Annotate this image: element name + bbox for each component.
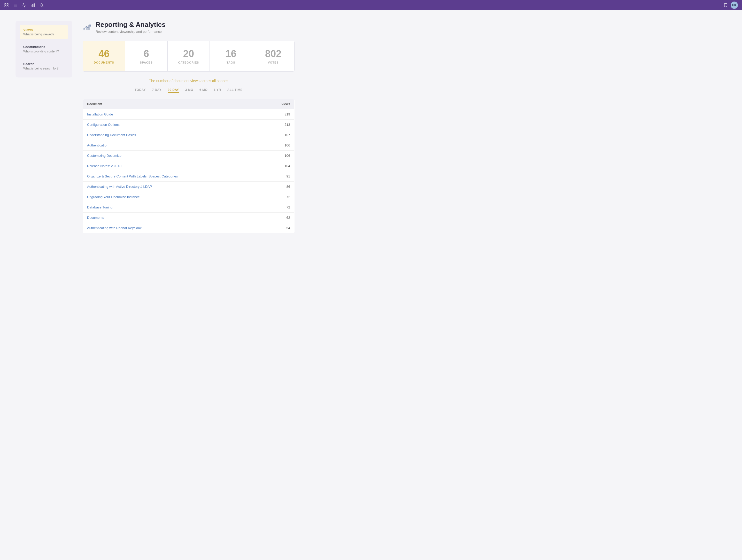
table-row: Configuration Options 213	[83, 120, 295, 130]
avatar[interactable]: HK	[731, 2, 738, 9]
stat-label: TAGS	[214, 61, 248, 64]
table-row: Customizing Documize 106	[83, 151, 295, 161]
svg-line-11	[42, 6, 43, 7]
table-row: Authenticating with Active Directory // …	[83, 182, 295, 192]
nav-right: HK	[724, 2, 738, 9]
sidebar-item-contributions-title: Contributions	[23, 45, 65, 49]
sidebar-item-search-subtitle: What is being search for?	[23, 67, 65, 70]
stat-item-votes[interactable]: 802 VOTES	[252, 41, 294, 71]
chart-icon[interactable]	[31, 3, 35, 7]
doc-views: 91	[263, 171, 295, 182]
stat-item-documents[interactable]: 46 DOCUMENTS	[83, 41, 125, 71]
search-icon[interactable]	[39, 3, 44, 7]
time-filter-30-day[interactable]: 30 DAY	[168, 88, 179, 93]
doc-name[interactable]: Documents	[83, 213, 263, 223]
doc-name[interactable]: Installation Guide	[83, 109, 263, 120]
table-row: Upgrading Your Documize Instance 72	[83, 192, 295, 202]
page-title: Reporting & Analytics	[96, 21, 166, 29]
svg-rect-8	[33, 4, 33, 7]
doc-views: 107	[263, 130, 295, 140]
sidebar-item-views[interactable]: Views What is being viewed?	[20, 25, 68, 39]
stat-item-tags[interactable]: 16 TAGS	[210, 41, 252, 71]
page-subtitle: Review content viewership and performanc…	[96, 30, 166, 34]
doc-views: 54	[263, 223, 295, 233]
stat-number: 6	[129, 48, 163, 59]
sidebar-item-contributions[interactable]: Contributions Who is providing content?	[20, 42, 68, 56]
main-container: Views What is being viewed? Contribution…	[0, 10, 310, 243]
svg-point-10	[40, 4, 43, 6]
time-filter-3-mo[interactable]: 3 MO	[185, 88, 193, 93]
doc-views: 104	[263, 161, 295, 171]
documents-table: Document Views Installation Guide 819 Co…	[83, 99, 295, 233]
activity-icon[interactable]	[22, 3, 26, 7]
time-filter-6-mo[interactable]: 6 MO	[200, 88, 207, 93]
svg-rect-7	[31, 5, 32, 7]
doc-name[interactable]: Understanding Document Basics	[83, 130, 263, 140]
sidebar-item-search[interactable]: Search What is being search for?	[20, 59, 68, 73]
doc-views: 72	[263, 202, 295, 213]
page-header: Reporting & Analytics Review content vie…	[83, 21, 295, 34]
svg-rect-0	[5, 3, 6, 5]
doc-name[interactable]: Upgrading Your Documize Instance	[83, 192, 263, 202]
stat-number: 16	[214, 48, 248, 59]
stat-item-categories[interactable]: 20 CATEGORIES	[168, 41, 210, 71]
stat-label: CATEGORIES	[172, 61, 206, 64]
doc-name[interactable]: Configuration Options	[83, 120, 263, 130]
table-row: Installation Guide 819	[83, 109, 295, 120]
time-filter-today[interactable]: TODAY	[135, 88, 146, 93]
time-filter-all-time[interactable]: ALL TIME	[227, 88, 243, 93]
svg-rect-9	[34, 4, 35, 7]
doc-name[interactable]: Release Notes: v3.0.0+	[83, 161, 263, 171]
time-filter-7-day[interactable]: 7 DAY	[152, 88, 161, 93]
doc-views: 86	[263, 182, 295, 192]
sidebar-item-contributions-subtitle: Who is providing content?	[23, 50, 65, 53]
svg-rect-14	[88, 25, 90, 30]
doc-name[interactable]: Authenticating with Active Directory // …	[83, 182, 263, 192]
doc-views: 213	[263, 120, 295, 130]
doc-name[interactable]: Customizing Documize	[83, 151, 263, 161]
time-filter-1-yr[interactable]: 1 YR	[214, 88, 221, 93]
svg-rect-2	[5, 6, 6, 7]
main-content: Reporting & Analytics Review content vie…	[83, 21, 295, 233]
doc-name[interactable]: Authentication	[83, 140, 263, 151]
stat-number: 46	[87, 48, 121, 59]
doc-views: 819	[263, 109, 295, 120]
sidebar: Views What is being viewed? Contribution…	[15, 21, 72, 77]
svg-rect-12	[84, 28, 85, 30]
doc-views: 106	[263, 140, 295, 151]
doc-views: 72	[263, 192, 295, 202]
table-row: Release Notes: v3.0.0+ 104	[83, 161, 295, 171]
table-header-row: Document Views	[83, 99, 295, 109]
time-filters: TODAY7 DAY30 DAY3 MO6 MO1 YRALL TIME	[83, 88, 295, 93]
doc-name[interactable]: Organize & Secure Content With Labels, S…	[83, 171, 263, 182]
grid-icon[interactable]	[4, 3, 9, 7]
list-icon[interactable]	[13, 3, 17, 7]
stat-label: DOCUMENTS	[87, 61, 121, 64]
table-row: Authenticating with Redhat Keycloak 54	[83, 223, 295, 233]
col-document: Document	[83, 99, 263, 109]
table-row: Documents 62	[83, 213, 295, 223]
stat-label: SPACES	[129, 61, 163, 64]
stat-item-spaces[interactable]: 6 SPACES	[125, 41, 168, 71]
stat-label: VOTES	[256, 61, 290, 64]
sidebar-item-search-title: Search	[23, 62, 65, 66]
table-row: Understanding Document Basics 107	[83, 130, 295, 140]
doc-name[interactable]: Database Tuning	[83, 202, 263, 213]
doc-name[interactable]: Authenticating with Redhat Keycloak	[83, 223, 263, 233]
nav-left	[4, 3, 44, 7]
stat-number: 802	[256, 48, 290, 59]
stat-number: 20	[172, 48, 206, 59]
svg-rect-1	[7, 3, 8, 5]
svg-rect-13	[86, 26, 87, 30]
stats-row: 46 DOCUMENTS 6 SPACES 20 CATEGORIES 16 T…	[83, 41, 295, 71]
svg-rect-3	[7, 6, 8, 7]
top-navigation: HK	[0, 0, 742, 10]
table-row: Database Tuning 72	[83, 202, 295, 213]
doc-views: 106	[263, 151, 295, 161]
views-subtitle: The number of document views across all …	[83, 79, 295, 83]
sidebar-item-views-title: Views	[23, 28, 65, 32]
sidebar-item-views-subtitle: What is being viewed?	[23, 33, 65, 36]
table-row: Organize & Secure Content With Labels, S…	[83, 171, 295, 182]
bookmark-icon[interactable]	[724, 3, 728, 7]
analytics-icon	[83, 22, 92, 32]
